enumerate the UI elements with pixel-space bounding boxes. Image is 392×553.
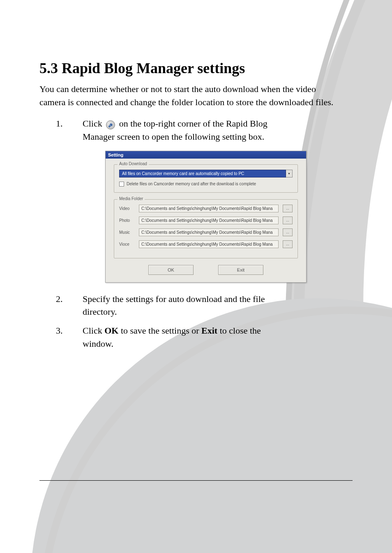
- music-browse-button[interactable]: ...: [283, 228, 293, 236]
- music-folder-row: Music C:\Documents and Settings\chinghun…: [119, 228, 293, 236]
- step-number: 3.: [56, 324, 63, 337]
- photo-path-input[interactable]: C:\Documents and Settings\chinghung\My D…: [139, 217, 279, 224]
- auto-download-combo-value: All files on Camcorder memory card are a…: [119, 170, 286, 177]
- step-2: 2. Specify the settings for auto downloa…: [39, 293, 353, 319]
- voice-path-input[interactable]: C:\Documents and Settings\chinghung\My D…: [139, 240, 279, 248]
- step-3-mid: to save the settings or: [118, 325, 201, 336]
- step-1: 1. Click on the top-right corner of the …: [39, 117, 353, 143]
- step-3: 3. Click OK to save the settings or Exit…: [39, 324, 353, 350]
- chevron-down-icon[interactable]: ▼: [286, 170, 293, 177]
- step-number: 1.: [56, 117, 63, 130]
- delete-files-label: Delete files on Camcorder memory card af…: [127, 182, 256, 186]
- video-folder-row: Video C:\Documents and Settings\chinghun…: [119, 205, 293, 212]
- video-browse-button[interactable]: ...: [283, 205, 293, 212]
- photo-label: Photo: [119, 218, 135, 223]
- intro-paragraph: You can determine whether or not to star…: [39, 83, 344, 109]
- step-1-text-pre: Click: [83, 118, 102, 129]
- voice-browse-button[interactable]: ...: [283, 240, 293, 248]
- video-path-input[interactable]: C:\Documents and Settings\chinghung\My D…: [139, 205, 279, 212]
- wrench-icon: [106, 120, 115, 129]
- step-2-text: Specify the settings for auto download a…: [62, 293, 292, 319]
- photo-folder-row: Photo C:\Documents and Settings\chinghun…: [119, 217, 293, 224]
- auto-download-legend: Auto Download: [118, 161, 149, 166]
- music-label: Music: [119, 230, 135, 235]
- auto-download-combo[interactable]: All files on Camcorder memory card are a…: [119, 170, 293, 177]
- auto-download-group: Auto Download All files on Camcorder mem…: [114, 164, 298, 193]
- footer-rule: [39, 480, 353, 481]
- voice-folder-row: Vioce C:\Documents and Settings\chinghun…: [119, 240, 293, 248]
- voice-label: Vioce: [119, 242, 135, 247]
- photo-browse-button[interactable]: ...: [283, 217, 293, 224]
- video-label: Video: [119, 206, 135, 211]
- step-3-ok: OK: [104, 325, 118, 336]
- ok-button[interactable]: OK: [148, 265, 194, 275]
- dialog-titlebar: Setting: [106, 151, 306, 159]
- step-3-pre: Click: [83, 325, 104, 336]
- step-3-exit: Exit: [201, 325, 217, 336]
- exit-button[interactable]: Exit: [218, 265, 263, 275]
- setting-dialog: Setting Auto Download All files on Camco…: [105, 151, 307, 283]
- music-path-input[interactable]: C:\Documents and Settings\chinghung\My D…: [139, 228, 279, 236]
- step-number: 2.: [56, 293, 63, 306]
- page-heading: 5.3 Rapid Blog Manager settings: [39, 60, 353, 77]
- media-folder-legend: Media Folder: [118, 196, 145, 201]
- media-folder-group: Media Folder Video C:\Documents and Sett…: [114, 199, 298, 258]
- delete-files-checkbox[interactable]: [119, 182, 124, 187]
